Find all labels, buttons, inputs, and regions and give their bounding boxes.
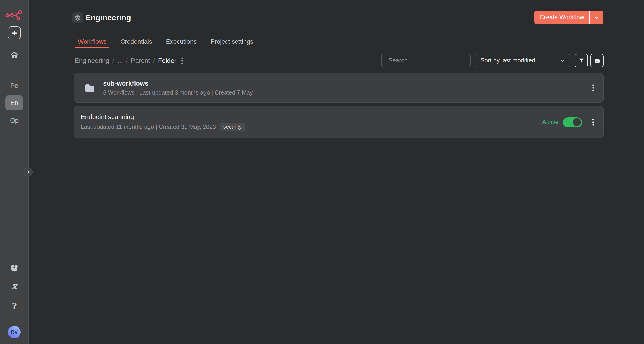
workflow-card-kebab-menu-icon[interactable]	[590, 118, 596, 126]
search-box	[381, 54, 471, 67]
folder-card-meta: 8 Workflows | Last updated 3 months ago …	[103, 89, 253, 96]
sidebar-expand-button[interactable]	[24, 167, 33, 177]
active-toggle[interactable]	[563, 117, 582, 127]
tab-credentials[interactable]: Credentials	[118, 35, 155, 48]
create-workflow-dropdown[interactable]	[590, 11, 603, 24]
breadcrumb-separator: /	[112, 57, 114, 65]
breadcrumb: Engineering / ... / Parent / Folder	[75, 56, 185, 66]
folder-card-kebab-menu-icon[interactable]	[590, 84, 596, 92]
create-workflow-label[interactable]: Create Workflow	[534, 11, 590, 24]
search-input[interactable]	[388, 57, 468, 64]
breadcrumb-separator: /	[126, 57, 128, 65]
breadcrumb-item-folder-current: Folder	[158, 57, 176, 65]
variables-icon[interactable]: x	[0, 280, 28, 291]
workflow-card-endpoint-scanning[interactable]: Endpoint scanning Last updated 11 months…	[74, 106, 604, 138]
folder-card-title[interactable]: sub-workflows	[103, 80, 590, 87]
filter-button[interactable]	[575, 54, 588, 67]
sidebar: + Pe En Op x ? RV	[0, 0, 28, 344]
sort-dropdown[interactable]: Sort by last modified	[476, 54, 570, 67]
active-status-label: Active	[542, 119, 558, 126]
sidebar-project-op[interactable]: Op	[0, 117, 28, 124]
sidebar-divider	[0, 320, 28, 320]
chevron-right-icon	[26, 170, 30, 174]
help-icon[interactable]: ?	[0, 301, 28, 311]
project-layers-icon	[72, 12, 83, 23]
n8n-logo-icon[interactable]	[6, 10, 23, 20]
folder-plus-icon	[594, 58, 600, 64]
tab-workflows[interactable]: Workflows	[75, 35, 109, 48]
breadcrumb-item-parent[interactable]: Parent	[131, 57, 150, 65]
breadcrumb-separator: /	[153, 57, 155, 65]
breadcrumb-item-engineering[interactable]: Engineering	[75, 57, 109, 65]
tag-security[interactable]: security	[220, 123, 245, 131]
templates-box-icon[interactable]	[10, 263, 19, 272]
folder-card-text: sub-workflows 8 Workflows | Last updated…	[103, 80, 590, 96]
home-icon[interactable]	[10, 51, 18, 59]
workflow-card-title[interactable]: Endpoint scanning	[81, 113, 542, 121]
folder-icon	[85, 84, 95, 92]
workflow-status: Active	[542, 117, 582, 127]
chevron-down-icon	[560, 58, 565, 63]
app-window: + Pe En Op x ? RV	[0, 0, 644, 344]
project-tabs: Workflows Credentials Executions Project…	[75, 35, 256, 48]
page-title: Engineering	[86, 12, 131, 23]
user-avatar[interactable]: RV	[8, 326, 20, 338]
add-button[interactable]: +	[8, 27, 21, 39]
folder-card-sub-workflows[interactable]: sub-workflows 8 Workflows | Last updated…	[74, 73, 604, 103]
workflow-card-meta: Last updated 11 months ago | Created 31 …	[81, 123, 216, 130]
tab-executions[interactable]: Executions	[163, 35, 199, 48]
breadcrumb-kebab-menu-icon[interactable]	[180, 56, 185, 65]
create-workflow-button[interactable]: Create Workflow	[534, 11, 603, 24]
filter-funnel-icon	[578, 58, 584, 64]
tab-project-settings[interactable]: Project settings	[208, 35, 256, 48]
breadcrumb-item-ellipsis[interactable]: ...	[118, 57, 123, 65]
toggle-knob	[573, 118, 581, 126]
chevron-down-icon	[594, 15, 599, 20]
sidebar-project-pe[interactable]: Pe	[0, 82, 28, 89]
new-folder-button[interactable]	[590, 54, 604, 67]
sidebar-project-en-active[interactable]: En	[5, 95, 23, 110]
sort-dropdown-value: Sort by last modified	[480, 57, 560, 64]
workflow-card-text: Endpoint scanning Last updated 11 months…	[81, 113, 542, 131]
